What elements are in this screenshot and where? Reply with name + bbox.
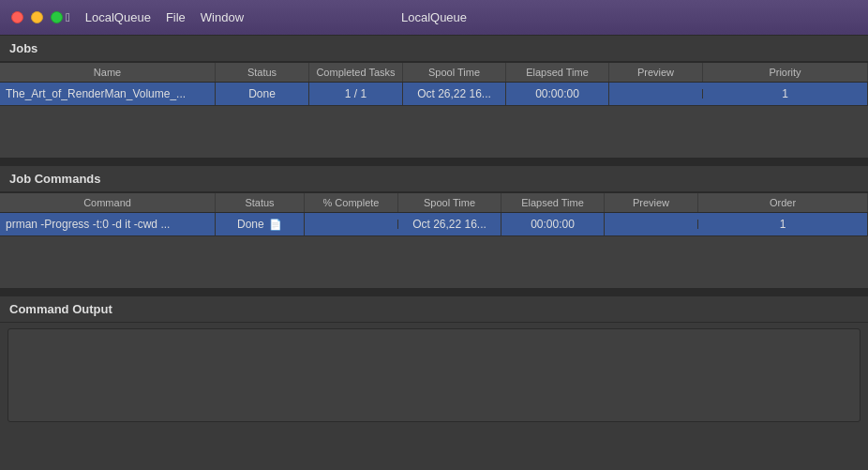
jobs-section-header: Jobs (0, 36, 868, 62)
cmd-pct-complete (305, 220, 398, 229)
traffic-lights (11, 11, 63, 23)
cmd-status-text: Done (237, 218, 264, 231)
jobs-col-spool: Spool Time (403, 63, 506, 82)
commands-section: Job Commands Command Status % Complete S… (0, 166, 868, 289)
cmd-spool-time: Oct 26,22 16... (398, 213, 501, 235)
table-row[interactable]: The_Art_of_RenderMan_Volume_... Done 1 /… (0, 83, 868, 106)
cmd-command: prman -Progress -t:0 -d it -cwd ... (0, 213, 216, 235)
cmd-col-pct: % Complete (305, 193, 398, 212)
close-button[interactable] (11, 11, 23, 23)
commands-table-header: Command Status % Complete Spool Time Ela… (0, 192, 868, 213)
window-menu[interactable]: Window (201, 10, 244, 24)
commands-section-header: Job Commands (0, 166, 868, 192)
titlebar:  LocalQueue File Window LocalQueue (0, 0, 868, 36)
cmd-elapsed-time: 00:00:00 (501, 213, 605, 235)
jobs-table-header: Name Status Completed Tasks Spool Time E… (0, 62, 868, 83)
cmd-col-elapsed: Elapsed Time (501, 193, 605, 212)
output-section: Command Output (0, 296, 868, 422)
cmd-status: Done 📄 (216, 213, 305, 235)
commands-table-body: prman -Progress -t:0 -d it -cwd ... Done… (0, 213, 868, 288)
job-spool-time: Oct 26,22 16... (403, 83, 506, 105)
cmd-preview (605, 220, 698, 229)
cmd-col-order: Order (698, 193, 868, 212)
jobs-section: Jobs Name Status Completed Tasks Spool T… (0, 36, 868, 159)
job-name: The_Art_of_RenderMan_Volume_... (0, 83, 216, 105)
jobs-col-priority: Priority (703, 63, 868, 82)
output-section-header: Command Output (0, 296, 868, 323)
table-row[interactable]: prman -Progress -t:0 -d it -cwd ... Done… (0, 213, 868, 236)
cmd-col-spool: Spool Time (398, 193, 501, 212)
section-divider-1 (0, 159, 868, 166)
cmd-order: 1 (698, 213, 868, 235)
file-menu[interactable]: File (166, 10, 186, 24)
job-elapsed-time: 00:00:00 (506, 83, 609, 105)
jobs-table-body: The_Art_of_RenderMan_Volume_... Done 1 /… (0, 83, 868, 158)
cmd-col-command: Command (0, 193, 216, 212)
document-icon: 📄 (269, 219, 282, 231)
minimize-button[interactable] (31, 11, 43, 23)
job-completed-tasks: 1 / 1 (309, 83, 403, 105)
window-title: LocalQueue (401, 10, 467, 24)
jobs-col-elapsed: Elapsed Time (506, 63, 609, 82)
app-menu[interactable]: LocalQueue (85, 10, 151, 24)
cmd-col-status: Status (216, 193, 305, 212)
job-status: Done (216, 83, 309, 105)
output-body (7, 328, 861, 422)
maximize-button[interactable] (51, 11, 63, 23)
job-priority: 1 (703, 83, 868, 105)
job-preview (609, 89, 703, 99)
cmd-col-preview: Preview (605, 193, 698, 212)
jobs-col-completed: Completed Tasks (309, 63, 403, 82)
jobs-col-name: Name (0, 63, 216, 82)
section-divider-2 (0, 289, 868, 296)
jobs-col-status: Status (216, 63, 309, 82)
apple-menu[interactable]:  (66, 10, 70, 24)
jobs-col-preview: Preview (609, 63, 703, 82)
menu-bar:  LocalQueue File Window (66, 10, 244, 24)
